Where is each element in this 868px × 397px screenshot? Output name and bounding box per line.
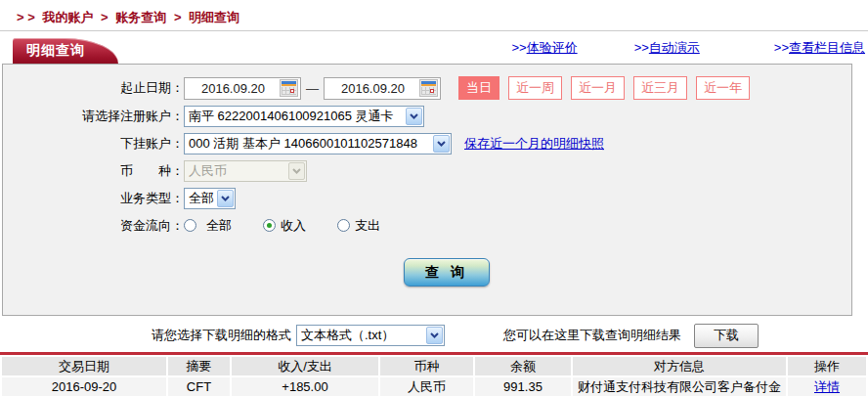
- radio-income-label: 收入: [281, 217, 306, 235]
- col-counterparty: 对方信息: [573, 357, 786, 375]
- breadcrumb-item-my-account[interactable]: 我的账户: [42, 10, 93, 24]
- tab-title: 明细查询: [26, 42, 85, 58]
- download-hint: 您可以在这里下载查询明细结果: [503, 327, 681, 344]
- table-header-row: 交易日期 摘要 收入/支出 币种 余额 对方信息 操作: [2, 357, 866, 375]
- radio-all-label: 全部: [206, 217, 232, 235]
- currency-select: 人民币: [184, 160, 307, 182]
- cell-currency: 人民币: [380, 377, 473, 396]
- radio-expense[interactable]: [337, 219, 350, 232]
- query-button[interactable]: 查 询: [404, 258, 490, 287]
- chevron-down-icon: [217, 190, 234, 207]
- link-label: 查看栏目信息: [789, 40, 865, 55]
- fund-flow-option-income: 收入: [263, 217, 306, 235]
- cell-amount: +185.00: [232, 377, 378, 396]
- breadcrumb-item-detail-query[interactable]: 明细查询: [189, 10, 239, 24]
- radio-expense-label: 支出: [355, 217, 380, 235]
- fund-flow-option-all: 全部: [184, 217, 232, 235]
- download-format-select[interactable]: 文本格式（.txt）: [296, 325, 445, 346]
- date-range-label: 起止日期：: [11, 79, 184, 97]
- detail-link[interactable]: 详情: [814, 379, 840, 394]
- register-account-row: 请选择注册账户： 南平 6222001406100921065 灵通卡: [11, 105, 851, 127]
- link-prefix: >>: [634, 40, 649, 55]
- quick-range-3months-button[interactable]: 近三月: [633, 76, 687, 100]
- query-form-panel: 起止日期： 2016.09.20 — 2016.09.20 当日 近一周 近一月…: [2, 64, 852, 316]
- currency-row: 币 种： 人民币: [11, 159, 851, 182]
- cell-trade-date: 2016-09-20: [2, 377, 166, 396]
- breadcrumb-separator: >: [101, 10, 108, 24]
- start-date-value: 2016.09.20: [187, 81, 280, 96]
- fund-flow-label: 资金流向：: [11, 217, 184, 235]
- download-format-value: 文本格式（.txt）: [301, 327, 394, 344]
- top-links: >>体验评价 >>自动演示 >>查看栏目信息: [511, 39, 868, 64]
- view-column-info-link[interactable]: >>查看栏目信息: [774, 39, 865, 57]
- sub-account-label: 下挂账户：: [11, 135, 184, 153]
- tab-detail-query[interactable]: 明细查询: [13, 38, 118, 64]
- date-separator: —: [306, 81, 319, 96]
- cell-counterparty: 财付通支付科技有限公司客户备付金: [573, 377, 786, 396]
- radio-all[interactable]: [184, 219, 196, 232]
- end-date-value: 2016.09.20: [326, 81, 419, 96]
- cell-summary: CFT: [168, 377, 230, 396]
- start-date-input[interactable]: 2016.09.20: [184, 77, 301, 100]
- link-label: 体验评价: [527, 40, 578, 55]
- col-summary: 摘要: [168, 357, 230, 375]
- cell-action: 详情: [788, 377, 866, 396]
- col-action: 操作: [788, 357, 866, 375]
- fund-flow-option-expense: 支出: [337, 217, 380, 235]
- currency-label: 币 种：: [11, 162, 184, 180]
- radio-income[interactable]: [263, 219, 276, 232]
- transaction-table: 交易日期 摘要 收入/支出 币种 余额 对方信息 操作 2016-09-20 C…: [0, 355, 868, 397]
- cell-balance: 991.35: [475, 377, 571, 396]
- quick-range-year-button[interactable]: 近一年: [696, 76, 750, 100]
- quick-range-today-button[interactable]: 当日: [458, 76, 499, 100]
- currency-value: 人民币: [189, 162, 227, 180]
- breadcrumb: > > 我的账户 > 账务查询 > 明细查询: [0, 0, 868, 25]
- col-balance: 余额: [475, 357, 571, 375]
- sub-account-row: 下挂账户： 000 活期 基本户 1406600101102571848 保存近…: [11, 132, 851, 154]
- business-type-label: 业务类型：: [11, 190, 184, 207]
- breadcrumb-item-account-query[interactable]: 账务查询: [115, 10, 166, 24]
- business-type-row: 业务类型： 全部: [11, 187, 851, 209]
- end-date-input[interactable]: 2016.09.20: [324, 77, 441, 100]
- quick-range-week-button[interactable]: 近一周: [508, 76, 562, 100]
- chevron-down-icon: [406, 108, 422, 125]
- breadcrumb-arrows-icon: > >: [17, 10, 35, 24]
- save-snapshot-link[interactable]: 保存近一个月的明细快照: [464, 135, 604, 153]
- col-trade-date: 交易日期: [2, 357, 166, 375]
- experience-review-link[interactable]: >>体验评价: [511, 39, 577, 57]
- link-label: 自动演示: [649, 40, 700, 55]
- quick-range-month-button[interactable]: 近一月: [571, 76, 625, 100]
- download-format-label: 请您选择下载明细的格式: [152, 327, 291, 344]
- breadcrumb-separator: >: [174, 10, 182, 24]
- col-currency: 币种: [380, 357, 473, 375]
- chevron-down-icon: [288, 162, 305, 180]
- date-range-row: 起止日期： 2016.09.20 — 2016.09.20 当日 近一周 近一月…: [11, 76, 851, 100]
- auto-demo-link[interactable]: >>自动演示: [634, 39, 700, 57]
- chevron-down-icon: [426, 327, 443, 344]
- register-account-label: 请选择注册账户：: [11, 108, 184, 125]
- download-button[interactable]: 下载: [694, 324, 759, 348]
- business-type-select[interactable]: 全部: [184, 188, 236, 209]
- breadcrumb-divider: [0, 30, 868, 31]
- calendar-icon[interactable]: [280, 79, 298, 97]
- business-type-value: 全部: [189, 190, 214, 207]
- table-row: 2016-09-20 CFT +185.00 人民币 991.35 财付通支付科…: [2, 377, 866, 396]
- section-header: 明细查询 >>体验评价 >>自动演示 >>查看栏目信息: [0, 37, 868, 64]
- sub-account-value: 000 活期 基本户 1406600101102571848: [189, 135, 417, 153]
- download-row: 请您选择下载明细的格式 文本格式（.txt） 您可以在这里下载查询明细结果 下载: [152, 323, 868, 348]
- sub-account-select[interactable]: 000 活期 基本户 1406600101102571848: [184, 133, 452, 154]
- chevron-down-icon: [433, 135, 450, 153]
- link-prefix: >>: [511, 40, 526, 55]
- col-amount: 收入/支出: [232, 357, 378, 375]
- calendar-icon[interactable]: [419, 79, 438, 97]
- fund-flow-row: 资金流向： 全部 收入 支出: [11, 214, 851, 237]
- detail-query-page: > > 我的账户 > 账务查询 > 明细查询 明细查询 >>体验评价 >>自动演…: [0, 0, 868, 397]
- register-account-select[interactable]: 南平 6222001406100921065 灵通卡: [184, 106, 424, 127]
- link-prefix: >>: [774, 40, 789, 55]
- register-account-value: 南平 6222001406100921065 灵通卡: [189, 108, 394, 125]
